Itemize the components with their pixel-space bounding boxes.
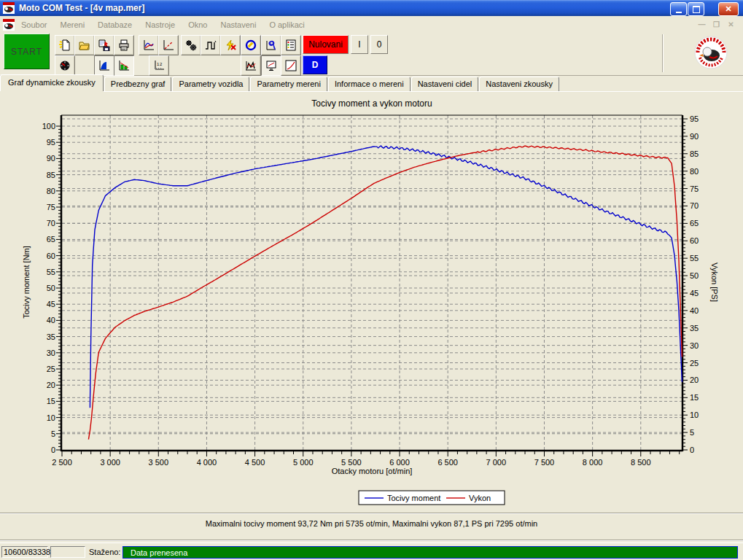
print-button[interactable]: [114, 35, 134, 55]
mdi-window-buttons: — ❐ ✕: [696, 20, 737, 30]
svg-text:45: 45: [47, 300, 55, 308]
toolbar-separator: [662, 34, 664, 72]
tab-predbezny-graf[interactable]: Predbezny graf: [104, 77, 172, 91]
svg-text:3 500: 3 500: [149, 458, 169, 467]
restore-icon: [693, 6, 700, 13]
data-list-button[interactable]: [281, 35, 301, 55]
svg-text:25: 25: [47, 365, 55, 373]
menu-nastaveni[interactable]: Nastaveni: [214, 18, 262, 32]
tab-parametry-vozidla[interactable]: Parametry vozidla: [172, 77, 249, 91]
tab-parametry-mereni[interactable]: Parametry mereni: [250, 77, 327, 91]
svg-text:15: 15: [690, 393, 699, 402]
svg-text:8 000: 8 000: [583, 458, 603, 467]
svg-text:50: 50: [47, 284, 55, 292]
wrench-graph-button[interactable]: [261, 35, 281, 55]
mdi-restore-icon[interactable]: ❐: [710, 20, 723, 30]
gauge-icon: [59, 60, 71, 71]
svg-text:70: 70: [690, 201, 699, 210]
title-bar: Moto COM Test - [4v map.mer] ✕: [0, 0, 743, 16]
graph-bars-icon: [118, 60, 130, 71]
svg-text:7 000: 7 000: [486, 458, 507, 467]
club-logo: [691, 34, 731, 71]
svg-text:85: 85: [690, 149, 699, 158]
nulovani-button[interactable]: Nulovani: [303, 35, 349, 54]
graph-bars-button[interactable]: [114, 55, 134, 76]
svg-text:65: 65: [690, 219, 699, 228]
gears-icon: [185, 39, 197, 51]
start-button[interactable]: START: [4, 34, 50, 69]
graph-diagonal-button[interactable]: [281, 55, 301, 76]
graph-area-icon: [98, 60, 110, 71]
svg-text:80: 80: [47, 187, 55, 195]
svg-text:5 000: 5 000: [293, 458, 314, 467]
svg-text:5 500: 5 500: [341, 458, 362, 467]
svg-text:95: 95: [690, 114, 699, 123]
svg-text:35: 35: [690, 324, 699, 332]
new-file-button[interactable]: [55, 35, 75, 55]
svg-text:8 500: 8 500: [631, 458, 651, 467]
input-zero-button[interactable]: 0: [370, 35, 388, 54]
svg-text:20: 20: [690, 376, 699, 384]
svg-text:55: 55: [47, 268, 55, 276]
mdi-close-icon[interactable]: ✕: [725, 20, 737, 30]
menu-mereni[interactable]: Mereni: [53, 18, 91, 32]
tab-nastaveni-zkousky[interactable]: Nastaveni zkousky: [479, 77, 559, 91]
status-bar: 10600/83338 Staženo: Data prenesena: [0, 542, 743, 560]
minimize-icon: [676, 12, 682, 13]
svg-text:4 000: 4 000: [197, 458, 217, 467]
tab-bar: Graf dynamicke zkousky Predbezny graf Pa…: [0, 75, 743, 91]
sample-counter: 10600/83338: [1, 546, 48, 558]
svg-text:40: 40: [47, 316, 55, 324]
svg-text:100: 100: [42, 122, 55, 131]
menu-o-aplikaci[interactable]: O aplikaci: [262, 18, 311, 32]
save-export-button[interactable]: [94, 35, 114, 55]
svg-text:45: 45: [690, 289, 699, 298]
svg-text:0: 0: [51, 446, 55, 454]
graph-preview-icon: [163, 39, 174, 51]
graph-compare-button[interactable]: [139, 35, 159, 55]
gauge-button[interactable]: [55, 55, 75, 76]
svg-text:75: 75: [47, 203, 55, 211]
data-list-icon: [285, 39, 297, 51]
axis-scale-button[interactable]: 12: [149, 55, 169, 76]
gears-button[interactable]: [181, 35, 201, 55]
restore-button[interactable]: [688, 2, 704, 16]
download-label: Staženo:: [89, 548, 120, 556]
menu-nastroje[interactable]: Nastroje: [139, 18, 182, 32]
discard-bolt-button[interactable]: [220, 35, 241, 55]
svg-text:60: 60: [47, 252, 55, 260]
svg-text:15: 15: [47, 397, 55, 405]
menu-okno[interactable]: Okno: [182, 18, 214, 32]
menu-soubor[interactable]: Soubor: [15, 18, 53, 32]
tab-informace-o-mereni[interactable]: Informace o mereni: [328, 77, 411, 91]
svg-text:2: 2: [160, 62, 163, 66]
legend-power-label: Vykon: [469, 494, 491, 502]
curve-power: [88, 146, 682, 440]
menu-databaze[interactable]: Databaze: [91, 18, 139, 32]
graph-trace-button[interactable]: [241, 55, 261, 76]
separator-line: [0, 513, 743, 514]
step-signal-button[interactable]: [201, 35, 221, 55]
tab-graf-dynamicke-zkousky[interactable]: Graf dynamicke zkousky: [0, 74, 104, 91]
svg-text:2 500: 2 500: [52, 458, 72, 467]
svg-text:55: 55: [690, 254, 699, 262]
graph-compare-icon: [143, 39, 155, 51]
left-axis-title: Tocivy moment [Nm]: [22, 246, 31, 319]
svg-text:40: 40: [690, 306, 699, 315]
stop-disc-button[interactable]: [241, 35, 261, 55]
window-title: Moto COM Test - [4v map.mer]: [19, 3, 144, 13]
svg-text:5: 5: [51, 429, 55, 438]
graph-area-button[interactable]: [94, 55, 114, 76]
d-button[interactable]: D: [303, 55, 327, 74]
svg-text:30: 30: [47, 349, 55, 357]
monitor-button[interactable]: [261, 55, 281, 76]
graph-preview-button[interactable]: [158, 35, 179, 55]
dyno-chart: 2 5003 0003 5004 0004 5005 0005 5006 000…: [0, 91, 743, 514]
open-file-button[interactable]: [74, 35, 95, 55]
input-one-button[interactable]: I: [351, 35, 368, 54]
mdi-minimize-icon[interactable]: —: [696, 20, 708, 30]
tab-nastaveni-cidel[interactable]: Nastaveni cidel: [411, 77, 479, 91]
minimize-button[interactable]: [670, 2, 687, 16]
progress-bar: Data prenesena: [122, 546, 738, 559]
close-button[interactable]: ✕: [718, 2, 739, 16]
